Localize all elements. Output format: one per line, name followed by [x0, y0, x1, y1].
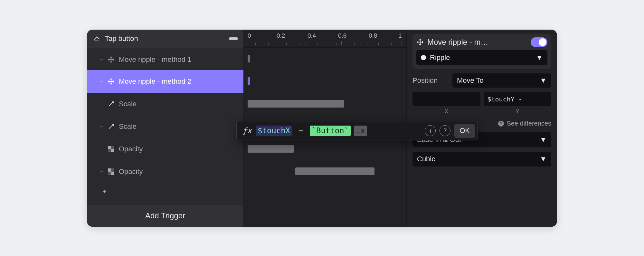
position-y-value: $touchY -: [488, 95, 522, 103]
inspector-header: Move ripple - m… Ripple ▼: [412, 34, 551, 69]
move-icon: [107, 56, 115, 63]
chevron-down-icon: ▼: [536, 53, 543, 62]
position-x-field[interactable]: [412, 92, 480, 106]
axis-y-label: Y: [516, 108, 519, 115]
position-xy-row: X $touchY - Y: [412, 92, 551, 115]
layer-swatch-icon: [421, 55, 426, 60]
tree-label: Scale: [119, 100, 137, 108]
formula-help-button[interactable]: ?: [440, 125, 450, 136]
chevron-down-icon: ▼: [540, 136, 547, 144]
action-enabled-toggle[interactable]: [531, 37, 547, 47]
opacity-icon: [107, 145, 115, 153]
ruler-tick-label: 0.8: [369, 32, 377, 39]
svg-rect-2: [111, 149, 114, 152]
drag-handle-icon[interactable]: [229, 37, 238, 40]
ruler-tick-label: 1: [398, 32, 402, 39]
easing-curve-value: Cubic: [417, 155, 435, 163]
formula-ok-button[interactable]: OK: [454, 124, 475, 138]
chevron-down-icon: ▼: [540, 155, 547, 163]
trigger-title: Tap button: [105, 34, 138, 43]
animation-editor-panel: Tap button Move ripple - method 1: [87, 30, 557, 227]
formula-token-operator[interactable]: −: [296, 126, 306, 135]
formula-editor-popover[interactable]: ƒx $touchX − `Button` .x + ? OK: [236, 121, 478, 140]
track-bar[interactable]: [248, 100, 344, 108]
track-bar[interactable]: [248, 55, 250, 62]
trigger-tree-pane: Tap button Move ripple - method 1: [87, 30, 244, 227]
scale-icon: [107, 123, 115, 130]
target-label: Ripple: [430, 53, 450, 62]
opacity-icon: [107, 168, 115, 175]
plus-icon: +: [102, 187, 107, 196]
formula-token-reference[interactable]: `Button`: [310, 126, 351, 136]
move-icon: [416, 38, 424, 46]
trigger-header[interactable]: Tap button: [87, 30, 243, 48]
tree-label: Move ripple - method 1: [119, 55, 191, 64]
position-y-field[interactable]: $touchY -: [484, 92, 552, 106]
inspector-title: Move ripple - m…: [427, 38, 488, 47]
tree-row[interactable]: Opacity: [87, 138, 243, 160]
target-select[interactable]: Ripple ▼: [416, 50, 547, 65]
formula-token-property[interactable]: .x: [354, 126, 367, 136]
ruler-tick-label: 0: [248, 32, 251, 39]
track-bar[interactable]: [295, 167, 374, 175]
tree-row[interactable]: Move ripple - method 2: [87, 70, 243, 93]
ruler-tick-label: 0.4: [308, 32, 316, 39]
position-mode-select[interactable]: Move To ▼: [452, 73, 551, 88]
action-tree: Move ripple - method 1 Move ripple - met…: [87, 48, 243, 205]
svg-rect-5: [111, 172, 114, 175]
position-row: Position Move To ▼: [412, 73, 551, 88]
easing-curve-select[interactable]: Cubic ▼: [412, 152, 551, 166]
ruler-tick-label: 0.6: [338, 32, 346, 39]
add-trigger-button[interactable]: Add Trigger: [87, 205, 243, 227]
fx-icon: ƒx: [242, 126, 252, 135]
move-icon: [107, 78, 115, 85]
tree-row[interactable]: Move ripple - method 1: [87, 49, 243, 70]
tree-label: Move ripple - method 2: [119, 77, 191, 86]
chevron-down-icon: ▼: [540, 76, 547, 85]
formula-ok-label: OK: [459, 127, 470, 135]
see-differences-label: See differences: [507, 120, 551, 127]
tree-label: Opacity: [119, 145, 143, 153]
see-differences-link[interactable]: ? See differences: [498, 120, 551, 127]
add-trigger-label: Add Trigger: [145, 211, 185, 220]
svg-rect-4: [108, 168, 111, 172]
tree-row[interactable]: Scale: [87, 93, 243, 115]
svg-rect-1: [108, 146, 111, 149]
track-bar[interactable]: [248, 77, 250, 85]
timeline-ruler[interactable]: 0 0.2 0.4 0.6 0.8 1: [244, 30, 406, 48]
axis-x-label: X: [444, 108, 448, 115]
help-icon: ?: [498, 121, 504, 127]
tree-label: Scale: [119, 122, 137, 131]
ruler-tick-label: 0.2: [277, 32, 285, 39]
position-label: Position: [412, 76, 448, 85]
formula-token-variable[interactable]: $touchX: [256, 126, 292, 136]
scale-icon: [107, 100, 115, 108]
position-mode-value: Move To: [457, 76, 484, 85]
ruler-ticks: [244, 41, 406, 45]
track-bar[interactable]: [248, 145, 294, 153]
formula-add-button[interactable]: +: [425, 125, 436, 136]
tree-row[interactable]: Opacity: [87, 160, 243, 183]
add-action-row[interactable]: +: [87, 183, 243, 200]
tap-icon: [93, 35, 100, 43]
tree-row[interactable]: Scale: [87, 115, 243, 138]
tree-label: Opacity: [119, 167, 143, 176]
